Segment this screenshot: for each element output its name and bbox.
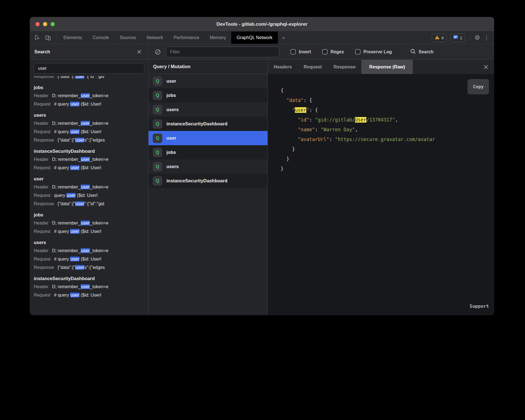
- query-type-badge: Q: [153, 105, 162, 114]
- issues-count-badge[interactable]: 1: [450, 34, 465, 42]
- query-list-item[interactable]: Q users: [149, 102, 268, 117]
- detail-tabs: Headers Request Response Response (Raw): [268, 60, 494, 74]
- close-detail-panel-icon[interactable]: [483, 60, 494, 74]
- search-results-list: Response{"data":{"user":{"id":"gid jobs …: [30, 76, 148, 315]
- preserve-log-label: Preserve Log: [364, 49, 392, 54]
- tab-elements[interactable]: Elements: [58, 32, 87, 44]
- tab-request[interactable]: Request: [298, 60, 328, 74]
- devtools-window: DevTools - gitlab.com/-/graphql-explorer…: [30, 17, 494, 315]
- search-result-row[interactable]: Response{"data":{"user":{"id":"gid: [34, 200, 148, 208]
- message-icon: [453, 35, 458, 40]
- tab-performance[interactable]: Performance: [168, 32, 205, 44]
- regex-checkbox-group: Regex: [322, 49, 344, 54]
- preserve-log-checkbox-group: Preserve Log: [355, 49, 392, 54]
- support-link[interactable]: Support: [469, 301, 489, 311]
- query-list-item-selected[interactable]: Q user: [149, 131, 268, 145]
- traffic-lights: [35, 17, 55, 31]
- search-result-row[interactable]: Response{"data":{"users":{"edges: [34, 263, 148, 272]
- search-result-section-title: jobs: [34, 83, 148, 92]
- search-result-row[interactable]: Request# query user ($id: UserI: [34, 227, 148, 236]
- search-result-section-title: jobs: [34, 211, 148, 219]
- close-window-button[interactable]: [35, 22, 40, 26]
- search-result-row[interactable]: Request# query user ($id: UserI: [34, 164, 148, 172]
- close-search-panel-icon[interactable]: [137, 49, 142, 54]
- query-type-badge: Q: [153, 119, 162, 129]
- tab-response[interactable]: Response: [328, 60, 361, 74]
- invert-checkbox-group: Invert: [290, 49, 311, 54]
- search-result-row[interactable]: Response{"data":{"users":{"edges: [34, 136, 148, 144]
- settings-gear-icon[interactable]: ⚙: [474, 35, 480, 41]
- search-result-section-title: users: [34, 238, 148, 247]
- minimize-window-button[interactable]: [43, 22, 47, 26]
- tab-response-raw[interactable]: Response (Raw): [361, 60, 413, 74]
- query-list-item[interactable]: Q instanceSecurityDashboard: [149, 117, 268, 131]
- query-list-item[interactable]: Q users: [149, 159, 268, 174]
- json-line: }: [281, 164, 494, 174]
- filter-input[interactable]: [166, 47, 279, 57]
- title-bar: DevTools - gitlab.com/-/graphql-explorer: [30, 17, 494, 32]
- query-type-badge: Q: [153, 77, 162, 86]
- query-list-item[interactable]: Q instanceSecurityDashboard: [149, 174, 268, 188]
- search-result-row[interactable]: Requestquery user ($id: UserI: [34, 191, 148, 200]
- query-type-badge: Q: [153, 162, 162, 171]
- inspect-element-icon[interactable]: [34, 35, 40, 41]
- tab-console[interactable]: Console: [87, 32, 114, 44]
- search-result-row[interactable]: HeaderD; remember_user_token=e: [34, 283, 148, 291]
- search-result-row[interactable]: Response{"data":{"user":{"id":"gid: [34, 76, 148, 81]
- search-result-row[interactable]: Request# query user ($id: UserI: [34, 291, 148, 299]
- json-line: "id": "gid://gitlab/User/13704317",: [281, 115, 494, 125]
- search-result-section-title: users: [34, 111, 148, 119]
- search-result-section-title: instanceSecurityDashboard: [34, 147, 148, 155]
- panel-toolbar: Search Invert Regex Preserve Log: [30, 44, 494, 60]
- invert-checkbox[interactable]: [290, 49, 296, 54]
- device-toolbar-icon[interactable]: [45, 35, 51, 41]
- json-line: }: [281, 154, 494, 164]
- search-result-row[interactable]: Request# query user ($id: UserI: [34, 255, 148, 263]
- toolbar-separator: [56, 34, 56, 41]
- query-type-badge: Q: [153, 148, 162, 157]
- more-tabs-icon[interactable]: »: [278, 32, 289, 44]
- json-line: }: [281, 144, 494, 154]
- invert-label: Invert: [299, 49, 311, 54]
- preserve-log-checkbox[interactable]: [355, 49, 361, 54]
- search-result-row[interactable]: HeaderD; remember_user_token=e: [34, 247, 148, 255]
- json-line: "user": {: [281, 105, 494, 115]
- devtools-tab-bar: Elements Console Sources Network Perform…: [30, 32, 494, 44]
- error-count-badge[interactable]: 9: [432, 34, 447, 42]
- search-result-section-title: user: [34, 175, 148, 183]
- zoom-window-button[interactable]: [51, 22, 55, 26]
- search-result-row[interactable]: HeaderD; remember_user_token=e: [34, 155, 148, 164]
- tab-network[interactable]: Network: [141, 32, 168, 44]
- search-result-row[interactable]: HeaderD; remember_user_token=e: [34, 119, 148, 128]
- response-raw-json: Copy { "data": { "user": { "id": "gid://…: [268, 74, 494, 315]
- tab-headers[interactable]: Headers: [268, 60, 298, 74]
- query-list-item[interactable]: Q jobs: [149, 145, 268, 159]
- more-options-kebab-icon[interactable]: ⋮: [483, 35, 490, 41]
- json-line: "name": "Warren Day",: [281, 125, 494, 135]
- toolbar-separator: [470, 35, 470, 41]
- query-list-panel: Query / Mutation Q user Q jobs Q users Q…: [149, 60, 268, 315]
- search-result-row[interactable]: HeaderD; remember_user_token=e: [34, 183, 148, 191]
- search-result-row[interactable]: Request# query user ($id: UserI: [34, 100, 148, 108]
- tab-sources[interactable]: Sources: [114, 32, 141, 44]
- filter-toolbar: Invert Regex Preserve Log Search: [149, 44, 494, 59]
- tab-memory[interactable]: Memory: [204, 32, 231, 44]
- regex-checkbox[interactable]: [322, 49, 328, 54]
- query-list-item[interactable]: Q jobs: [149, 88, 268, 102]
- query-type-badge: Q: [153, 133, 162, 143]
- search-result-row[interactable]: Request# query user ($id: UserI: [34, 128, 148, 136]
- query-type-badge: Q: [153, 91, 162, 100]
- clear-requests-icon[interactable]: [155, 49, 161, 55]
- search-input[interactable]: [34, 63, 144, 74]
- search-icon: [410, 49, 416, 55]
- search-toggle-button[interactable]: Search: [410, 49, 433, 55]
- main-content: Response{"data":{"user":{"id":"gid jobs …: [30, 60, 494, 315]
- copy-button[interactable]: Copy: [467, 79, 489, 94]
- search-result-section-title: instanceSecurityDashboard: [34, 274, 148, 283]
- query-list-item[interactable]: Q user: [149, 74, 268, 88]
- json-line: {: [281, 86, 494, 96]
- search-result-row[interactable]: HeaderD; remember_user_token=e: [34, 219, 148, 227]
- search-result-row[interactable]: HeaderD; remember_user_token=e: [34, 92, 148, 100]
- tab-graphql-network[interactable]: GraphQL Network: [231, 32, 278, 44]
- search-results-panel: Response{"data":{"user":{"id":"gid jobs …: [30, 60, 149, 315]
